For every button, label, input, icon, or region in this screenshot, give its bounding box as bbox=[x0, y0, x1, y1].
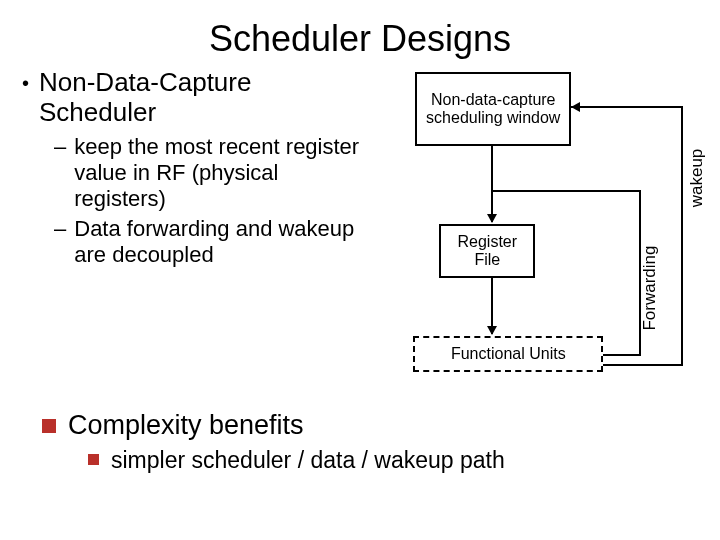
forwarding-label: Forwarding bbox=[640, 245, 660, 330]
square-bullet-icon bbox=[88, 454, 99, 465]
complexity-sub-text: simpler scheduler / data / wakeup path bbox=[111, 447, 505, 474]
functional-units-box: Functional Units bbox=[413, 336, 603, 372]
bullet-sub2-text: Data forwarding and wakeup are decoupled bbox=[74, 216, 369, 268]
scheduling-window-box: Non-data-capture scheduling window bbox=[415, 72, 571, 146]
forwarding-join bbox=[491, 190, 493, 192]
dash-icon: – bbox=[54, 134, 66, 160]
wakeup-h1 bbox=[603, 364, 683, 366]
content-row: • Non-Data-Capture Scheduler – keep the … bbox=[0, 68, 720, 398]
forwarding-h1 bbox=[603, 354, 641, 356]
arrowhead-down-icon bbox=[487, 326, 497, 335]
complexity-sub-row: simpler scheduler / data / wakeup path bbox=[88, 447, 698, 474]
bullet-dot-icon: • bbox=[22, 72, 29, 95]
forwarding-h2 bbox=[493, 190, 641, 192]
arrow-rf-to-fu bbox=[491, 278, 493, 334]
complexity-row: Complexity benefits bbox=[42, 410, 698, 441]
bullet-main: • Non-Data-Capture Scheduler bbox=[22, 68, 369, 128]
wakeup-vertical bbox=[681, 106, 683, 366]
square-bullet-icon bbox=[42, 419, 56, 433]
slide-title: Scheduler Designs bbox=[0, 0, 720, 68]
text-column: • Non-Data-Capture Scheduler – keep the … bbox=[22, 68, 375, 398]
lower-section: Complexity benefits simpler scheduler / … bbox=[0, 398, 720, 474]
dash-icon: – bbox=[54, 216, 66, 242]
bullet-sub-2: – Data forwarding and wakeup are decoupl… bbox=[54, 216, 369, 268]
bullet-sub-1: – keep the most recent register value in… bbox=[54, 134, 369, 212]
arrowhead-down-icon bbox=[487, 214, 497, 223]
wakeup-h2 bbox=[571, 106, 683, 108]
bullet-sub1-text: keep the most recent register value in R… bbox=[74, 134, 369, 212]
diagram-column: Non-data-capture scheduling window Regis… bbox=[375, 68, 706, 398]
arrowhead-left-icon bbox=[571, 102, 580, 112]
complexity-title: Complexity benefits bbox=[68, 410, 304, 441]
bullet-main-text: Non-Data-Capture Scheduler bbox=[39, 68, 369, 128]
wakeup-label: wakeup bbox=[688, 149, 708, 208]
register-file-box: Register File bbox=[439, 224, 535, 278]
arrow-sched-to-rf bbox=[491, 146, 493, 222]
